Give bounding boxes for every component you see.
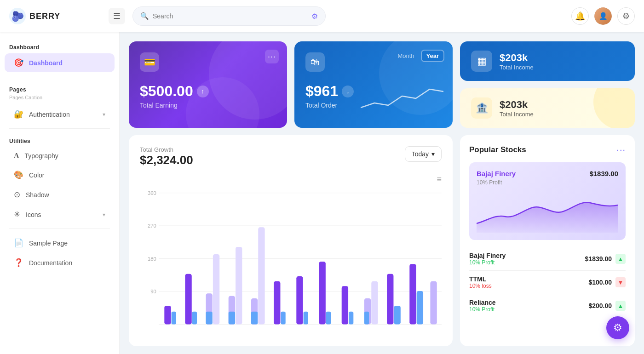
notification-button[interactable]: 🔔 bbox=[571, 7, 589, 25]
sidebar-item-shadow[interactable]: ⊙ Shadow bbox=[5, 185, 115, 204]
stat-card-2: 🏦 $203k Total Income bbox=[460, 88, 635, 128]
search-icon: 🔍 bbox=[140, 12, 149, 20]
stock-info-reliance: Reliance 10% Profit bbox=[469, 299, 496, 313]
sidebar-item-documentation[interactable]: ❓ Documentation bbox=[5, 253, 115, 272]
search-input[interactable] bbox=[153, 12, 311, 20]
avatar-image: 👤 bbox=[594, 7, 612, 25]
svg-rect-22 bbox=[258, 227, 264, 324]
app-name: BERRY bbox=[29, 11, 60, 21]
svg-rect-31 bbox=[349, 312, 353, 325]
svg-rect-34 bbox=[364, 312, 369, 325]
sidebar-item-sample-page[interactable]: 📄 Sample Page bbox=[5, 234, 115, 252]
svg-rect-26 bbox=[296, 276, 303, 325]
svg-rect-29 bbox=[326, 312, 331, 325]
chevron-today-icon: ▾ bbox=[431, 150, 435, 158]
svg-rect-28 bbox=[319, 262, 326, 325]
cards-row: 💳 ··· $500.00 ↑ Total Earning 🛍 Month Ye… bbox=[129, 41, 635, 128]
stock-list: Bajaj Finery 10% Profit $1839.00 ▲ TTML … bbox=[469, 247, 626, 317]
sidebar-item-color-label: Color bbox=[29, 171, 105, 179]
menu-icon: ☰ bbox=[113, 11, 121, 21]
menu-button[interactable]: ☰ bbox=[109, 8, 125, 24]
growth-header: Total Growth $2,324.00 Today ▾ bbox=[140, 146, 442, 167]
chart-menu-icon[interactable]: ≡ bbox=[437, 175, 442, 184]
svg-rect-36 bbox=[394, 306, 400, 325]
stock-right-reliance: $200.00 ▲ bbox=[588, 301, 626, 311]
svg-text:180: 180 bbox=[148, 256, 156, 262]
stock-arrow-down-icon: ▼ bbox=[615, 277, 626, 287]
bar-chart-container: 360 270 180 90 bbox=[140, 188, 442, 335]
logo-icon: 🫐 bbox=[9, 8, 26, 24]
stat-card-1: ▦ $203k Total Income bbox=[460, 41, 635, 81]
stat1-icon: ▦ bbox=[471, 51, 492, 72]
total-earning-card: 💳 ··· $500.00 ↑ Total Earning bbox=[129, 41, 287, 128]
sidebar-item-typography-label: Typography bbox=[25, 152, 105, 160]
month-toggle[interactable]: Month bbox=[393, 51, 419, 61]
svg-text:90: 90 bbox=[150, 289, 156, 294]
typography-icon: A bbox=[14, 152, 19, 160]
bell-icon: 🔔 bbox=[575, 11, 585, 21]
sidebar-item-authentication[interactable]: 🔐 Authentication ▾ bbox=[5, 105, 115, 124]
trend-down-icon: ↓ bbox=[342, 86, 354, 97]
bajaj-featured-profit: 10% Profit bbox=[477, 179, 618, 186]
section-label-utilities: Utilities bbox=[0, 133, 119, 146]
sidebar-item-typography[interactable]: A Typography bbox=[5, 147, 115, 165]
sidebar-item-dashboard[interactable]: 🎯 Dashboard bbox=[5, 53, 115, 72]
sidebar-item-auth-label: Authentication bbox=[29, 111, 97, 118]
sidebar-divider-2 bbox=[9, 128, 110, 129]
fab-button[interactable]: ⚙ bbox=[606, 316, 629, 339]
svg-rect-37 bbox=[409, 264, 416, 324]
today-button[interactable]: Today ▾ bbox=[405, 146, 442, 162]
stock-row: Bajaj Finery 10% Profit $1839.00 ▲ bbox=[469, 247, 626, 271]
chevron-down-icon: ▾ bbox=[103, 111, 105, 118]
earning-amount-value: $500.00 bbox=[140, 83, 193, 100]
growth-title-area: Total Growth $2,324.00 bbox=[140, 146, 193, 167]
stocks-header: Popular Stocks ··· bbox=[469, 144, 626, 155]
svg-rect-35 bbox=[387, 274, 393, 325]
sidebar-item-label: Dashboard bbox=[29, 59, 105, 67]
stock-info-bajaj: Bajaj Finery 10% Profit bbox=[469, 252, 506, 266]
total-order-card: 🛍 Month Year $961 ↓ Total Order bbox=[294, 41, 453, 128]
logo-area: 🫐 BERRY bbox=[9, 8, 101, 24]
wallet-icon: 💳 bbox=[144, 57, 155, 68]
filter-icon[interactable]: ⚙ bbox=[311, 12, 318, 21]
settings-button[interactable]: ⚙ bbox=[617, 7, 635, 25]
svg-rect-38 bbox=[417, 291, 423, 325]
today-button-label: Today bbox=[412, 150, 429, 158]
right-stats: ▦ $203k Total Income 🏦 $203k Total Incom… bbox=[460, 41, 635, 128]
avatar[interactable]: 👤 bbox=[594, 7, 612, 25]
sidebar-item-color[interactable]: 🎨 Color bbox=[5, 166, 115, 184]
stock-right-bajaj: $1839.00 ▲ bbox=[585, 254, 626, 264]
svg-rect-19 bbox=[236, 247, 242, 325]
bajaj-featured-price: $1839.00 bbox=[589, 170, 618, 177]
order-amount-value: $961 bbox=[305, 83, 338, 100]
stat1-amount: $203k bbox=[500, 52, 534, 64]
svg-rect-30 bbox=[342, 286, 348, 324]
stat2-bg bbox=[593, 88, 635, 128]
chevron-icons-icon: ▾ bbox=[103, 211, 105, 218]
shadow-icon: ⊙ bbox=[14, 190, 20, 200]
stock-price-ttml: $100.00 bbox=[588, 279, 612, 286]
svg-rect-20 bbox=[229, 312, 235, 325]
svg-rect-24 bbox=[274, 281, 280, 325]
bag-icon: 🛍 bbox=[310, 57, 320, 68]
stock-arrow-up-2-icon: ▲ bbox=[615, 301, 626, 311]
gear-icon: ⚙ bbox=[622, 11, 630, 21]
icons-icon: ✳ bbox=[14, 210, 20, 219]
svg-rect-17 bbox=[206, 312, 213, 325]
bajaj-top: Bajaj Finery $1839.00 bbox=[477, 170, 618, 177]
svg-text:270: 270 bbox=[148, 223, 156, 228]
content-row: Total Growth $2,324.00 Today ▾ ≡ bbox=[129, 135, 635, 346]
earning-card-menu-button[interactable]: ··· bbox=[265, 50, 279, 63]
year-toggle[interactable]: Year bbox=[421, 50, 444, 62]
sidebar-item-icons[interactable]: ✳ Icons ▾ bbox=[5, 205, 115, 224]
stock-profit-reliance: 10% Profit bbox=[469, 306, 496, 313]
stocks-menu-icon[interactable]: ··· bbox=[616, 144, 626, 155]
svg-rect-39 bbox=[430, 281, 437, 325]
stock-name-reliance: Reliance bbox=[469, 299, 496, 306]
table-icon: ▦ bbox=[477, 55, 487, 67]
stat1-label: Total Income bbox=[500, 64, 534, 71]
bajaj-featured-card: Bajaj Finery $1839.00 10% Profit bbox=[469, 162, 626, 240]
cash-icon: 🏦 bbox=[476, 102, 488, 114]
stocks-card: Popular Stocks ··· Bajaj Finery $1839.00… bbox=[460, 135, 635, 346]
body-layout: Dashboard 🎯 Dashboard Pages Pages Captio… bbox=[0, 32, 644, 354]
